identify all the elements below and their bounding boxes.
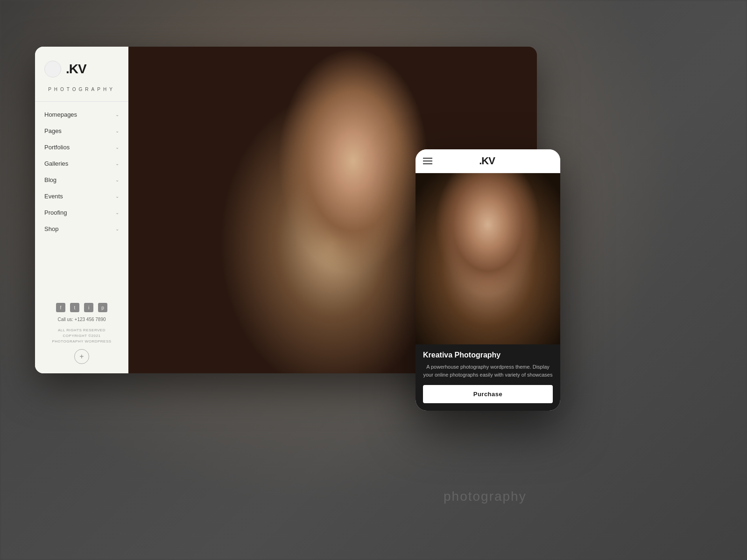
nav-item-events[interactable]: Events ⌄ <box>35 188 128 204</box>
nav-label-shop: Shop <box>44 225 58 232</box>
twitter-icon[interactable]: t <box>70 303 79 312</box>
background-text-bleed: photography <box>444 489 527 504</box>
chevron-down-icon: ⌄ <box>115 226 119 231</box>
chevron-down-icon: ⌄ <box>115 161 119 166</box>
phone-bottom: Kreativa Photography A powerhouse photog… <box>416 344 560 411</box>
nav-item-galleries[interactable]: Galleries ⌄ <box>35 155 128 172</box>
logo-dot: . <box>66 62 69 76</box>
sidebar-logo-area: .KV <box>35 47 128 87</box>
sidebar-footer: f t i p Call us: +123 456 7890 ALL RIGHT… <box>35 294 128 373</box>
nav-item-portfolios[interactable]: Portfolios ⌄ <box>35 139 128 155</box>
chevron-down-icon: ⌄ <box>115 128 119 133</box>
chevron-down-icon: ⌄ <box>115 145 119 150</box>
nav-label-galleries: Galleries <box>44 160 68 167</box>
nav-divider <box>35 101 128 102</box>
pinterest-icon[interactable]: p <box>98 303 107 312</box>
photography-label: PHOTOGRAPHY <box>35 87 128 101</box>
phone-brand-name: Kreativa Photography <box>423 351 553 359</box>
phone-logo: .KV <box>479 155 495 167</box>
nav-item-blog[interactable]: Blog ⌄ <box>35 172 128 188</box>
hamburger-line <box>423 158 432 159</box>
logo-circle <box>44 61 61 77</box>
phone-mockup: .KV Kreativa Photography A powerhouse ph… <box>416 149 560 411</box>
hamburger-menu-button[interactable] <box>423 158 432 164</box>
nav-label-blog: Blog <box>44 176 56 183</box>
nav-label-portfolios: Portfolios <box>44 144 70 151</box>
facebook-icon[interactable]: f <box>56 303 65 312</box>
phone-brand-desc: A powerhouse photography wordpress theme… <box>423 363 553 378</box>
chevron-down-icon: ⌄ <box>115 210 119 215</box>
hamburger-line <box>423 163 432 164</box>
social-icons: f t i p <box>44 303 119 312</box>
nav-label-proofing: Proofing <box>44 209 67 216</box>
chevron-down-icon: ⌄ <box>115 177 119 182</box>
sidebar: .KV PHOTOGRAPHY Homepages ⌄ Pages ⌄ Port… <box>35 47 128 373</box>
add-button[interactable]: + <box>74 349 89 364</box>
chevron-down-icon: ⌄ <box>115 112 119 117</box>
nav-label-events: Events <box>44 193 63 200</box>
nav-label-pages: Pages <box>44 127 62 134</box>
nav-item-proofing[interactable]: Proofing ⌄ <box>35 204 128 221</box>
call-us: Call us: +123 456 7890 <box>44 317 119 322</box>
phone-person-photo <box>416 173 560 344</box>
hamburger-line <box>423 161 432 161</box>
nav-item-pages[interactable]: Pages ⌄ <box>35 123 128 139</box>
instagram-icon[interactable]: i <box>84 303 93 312</box>
phone-header: .KV <box>416 149 560 173</box>
chevron-down-icon: ⌄ <box>115 194 119 199</box>
nav-label-homepages: Homepages <box>44 111 77 118</box>
phone-hero-photo <box>416 173 560 344</box>
nav-item-shop[interactable]: Shop ⌄ <box>35 221 128 237</box>
copyright: ALL RIGHTS RESERVED COPYRIGHT ©2021 PHOT… <box>44 328 119 344</box>
sidebar-logo: .KV <box>66 62 86 77</box>
nav-item-homepages[interactable]: Homepages ⌄ <box>35 106 128 123</box>
purchase-button[interactable]: Purchase <box>423 385 553 403</box>
